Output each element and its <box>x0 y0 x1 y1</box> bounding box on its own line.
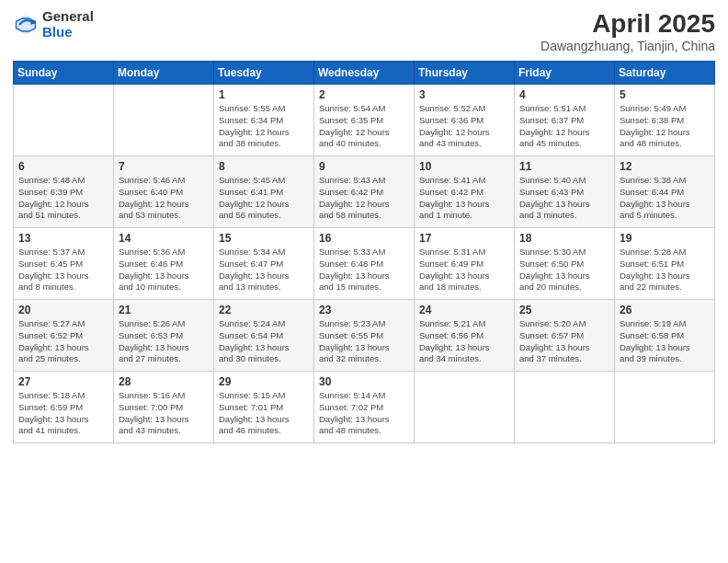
day-number: 28 <box>119 375 209 388</box>
week-row-4: 20Sunrise: 5:27 AM Sunset: 6:52 PM Dayli… <box>14 300 715 372</box>
day-number: 8 <box>219 160 309 173</box>
day-cell: 22Sunrise: 5:24 AM Sunset: 6:54 PM Dayli… <box>214 300 314 372</box>
day-info: Sunrise: 5:38 AM Sunset: 6:44 PM Dayligh… <box>620 175 710 222</box>
day-info: Sunrise: 5:23 AM Sunset: 6:55 PM Dayligh… <box>319 318 409 365</box>
day-cell: 16Sunrise: 5:33 AM Sunset: 6:48 PM Dayli… <box>314 228 415 300</box>
day-cell: 7Sunrise: 5:46 AM Sunset: 6:40 PM Daylig… <box>114 156 214 228</box>
day-info: Sunrise: 5:45 AM Sunset: 6:41 PM Dayligh… <box>219 175 309 222</box>
day-number: 2 <box>319 88 409 101</box>
day-cell: 30Sunrise: 5:14 AM Sunset: 7:02 PM Dayli… <box>314 372 415 443</box>
day-info: Sunrise: 5:48 AM Sunset: 6:39 PM Dayligh… <box>18 175 108 222</box>
day-number: 30 <box>319 375 409 388</box>
day-cell: 1Sunrise: 5:55 AM Sunset: 6:34 PM Daylig… <box>214 85 314 156</box>
logo-blue-text: Blue <box>42 25 94 40</box>
day-number: 7 <box>119 160 209 173</box>
day-number: 26 <box>620 304 710 316</box>
logo-icon <box>13 12 39 38</box>
day-cell: 29Sunrise: 5:15 AM Sunset: 7:01 PM Dayli… <box>214 372 314 443</box>
day-info: Sunrise: 5:34 AM Sunset: 6:47 PM Dayligh… <box>219 247 309 293</box>
day-number: 4 <box>519 88 609 101</box>
weekday-header-saturday: Saturday <box>615 62 715 85</box>
day-info: Sunrise: 5:36 AM Sunset: 6:46 PM Dayligh… <box>119 247 209 293</box>
day-cell <box>14 85 114 156</box>
day-cell: 5Sunrise: 5:49 AM Sunset: 6:38 PM Daylig… <box>615 85 715 156</box>
day-info: Sunrise: 5:26 AM Sunset: 6:53 PM Dayligh… <box>119 318 209 365</box>
day-info: Sunrise: 5:37 AM Sunset: 6:45 PM Dayligh… <box>18 247 108 293</box>
weekday-header-friday: Friday <box>515 62 615 85</box>
day-cell: 2Sunrise: 5:54 AM Sunset: 6:35 PM Daylig… <box>314 85 415 156</box>
header: General Blue April 2025 Dawangzhuang, Ti… <box>13 9 715 53</box>
weekday-header-thursday: Thursday <box>415 62 515 85</box>
day-cell: 11Sunrise: 5:40 AM Sunset: 6:43 PM Dayli… <box>515 156 615 228</box>
day-info: Sunrise: 5:54 AM Sunset: 6:35 PM Dayligh… <box>319 103 409 150</box>
weekday-header-monday: Monday <box>114 62 214 85</box>
day-cell: 27Sunrise: 5:18 AM Sunset: 6:59 PM Dayli… <box>14 372 114 443</box>
day-cell: 26Sunrise: 5:19 AM Sunset: 6:58 PM Dayli… <box>615 300 715 372</box>
day-number: 18 <box>519 232 609 245</box>
day-cell: 12Sunrise: 5:38 AM Sunset: 6:44 PM Dayli… <box>615 156 715 228</box>
day-cell: 20Sunrise: 5:27 AM Sunset: 6:52 PM Dayli… <box>14 300 114 372</box>
day-number: 5 <box>620 88 710 101</box>
logo-general-text: General <box>42 9 94 25</box>
day-cell: 3Sunrise: 5:52 AM Sunset: 6:36 PM Daylig… <box>415 85 515 156</box>
day-cell <box>415 372 515 443</box>
logo: General Blue <box>13 9 94 40</box>
day-cell: 25Sunrise: 5:20 AM Sunset: 6:57 PM Dayli… <box>515 300 615 372</box>
day-info: Sunrise: 5:41 AM Sunset: 6:42 PM Dayligh… <box>419 175 509 222</box>
day-info: Sunrise: 5:43 AM Sunset: 6:42 PM Dayligh… <box>319 175 409 222</box>
day-number: 20 <box>18 304 108 316</box>
day-number: 12 <box>620 160 710 173</box>
day-info: Sunrise: 5:49 AM Sunset: 6:38 PM Dayligh… <box>620 103 710 150</box>
day-cell: 13Sunrise: 5:37 AM Sunset: 6:45 PM Dayli… <box>14 228 114 300</box>
day-cell: 17Sunrise: 5:31 AM Sunset: 6:49 PM Dayli… <box>415 228 515 300</box>
calendar-location: Dawangzhuang, Tianjin, China <box>540 39 715 53</box>
day-cell: 18Sunrise: 5:30 AM Sunset: 6:50 PM Dayli… <box>515 228 615 300</box>
day-info: Sunrise: 5:19 AM Sunset: 6:58 PM Dayligh… <box>620 318 710 365</box>
weekday-header-sunday: Sunday <box>14 62 114 85</box>
day-info: Sunrise: 5:27 AM Sunset: 6:52 PM Dayligh… <box>18 318 108 365</box>
week-row-5: 27Sunrise: 5:18 AM Sunset: 6:59 PM Dayli… <box>14 372 715 443</box>
day-number: 17 <box>419 232 509 245</box>
weekday-header-tuesday: Tuesday <box>214 62 314 85</box>
day-number: 21 <box>119 304 209 316</box>
week-row-1: 1Sunrise: 5:55 AM Sunset: 6:34 PM Daylig… <box>14 85 715 156</box>
day-number: 29 <box>219 375 309 388</box>
day-cell: 24Sunrise: 5:21 AM Sunset: 6:56 PM Dayli… <box>415 300 515 372</box>
day-cell <box>615 372 715 443</box>
day-cell: 10Sunrise: 5:41 AM Sunset: 6:42 PM Dayli… <box>415 156 515 228</box>
day-number: 6 <box>18 160 108 173</box>
day-info: Sunrise: 5:33 AM Sunset: 6:48 PM Dayligh… <box>319 247 409 293</box>
day-number: 11 <box>519 160 609 173</box>
weekday-header-row: SundayMondayTuesdayWednesdayThursdayFrid… <box>14 62 715 85</box>
day-info: Sunrise: 5:51 AM Sunset: 6:37 PM Dayligh… <box>519 103 609 150</box>
day-number: 25 <box>519 304 609 316</box>
day-cell: 28Sunrise: 5:16 AM Sunset: 7:00 PM Dayli… <box>114 372 214 443</box>
day-info: Sunrise: 5:28 AM Sunset: 6:51 PM Dayligh… <box>620 247 710 293</box>
day-cell: 23Sunrise: 5:23 AM Sunset: 6:55 PM Dayli… <box>314 300 415 372</box>
day-info: Sunrise: 5:40 AM Sunset: 6:43 PM Dayligh… <box>519 175 609 222</box>
day-info: Sunrise: 5:46 AM Sunset: 6:40 PM Dayligh… <box>119 175 209 222</box>
day-number: 9 <box>319 160 409 173</box>
day-number: 15 <box>219 232 309 245</box>
day-info: Sunrise: 5:24 AM Sunset: 6:54 PM Dayligh… <box>219 318 309 365</box>
day-number: 16 <box>319 232 409 245</box>
day-number: 19 <box>620 232 710 245</box>
day-cell: 19Sunrise: 5:28 AM Sunset: 6:51 PM Dayli… <box>615 228 715 300</box>
day-number: 13 <box>18 232 108 245</box>
day-number: 10 <box>419 160 509 173</box>
day-number: 14 <box>119 232 209 245</box>
day-cell: 15Sunrise: 5:34 AM Sunset: 6:47 PM Dayli… <box>214 228 314 300</box>
weekday-header-wednesday: Wednesday <box>314 62 415 85</box>
day-cell <box>515 372 615 443</box>
day-cell: 4Sunrise: 5:51 AM Sunset: 6:37 PM Daylig… <box>515 85 615 156</box>
day-number: 3 <box>419 88 509 101</box>
day-cell: 9Sunrise: 5:43 AM Sunset: 6:42 PM Daylig… <box>314 156 415 228</box>
week-row-3: 13Sunrise: 5:37 AM Sunset: 6:45 PM Dayli… <box>14 228 715 300</box>
day-number: 22 <box>219 304 309 316</box>
day-info: Sunrise: 5:20 AM Sunset: 6:57 PM Dayligh… <box>519 318 609 365</box>
day-cell: 21Sunrise: 5:26 AM Sunset: 6:53 PM Dayli… <box>114 300 214 372</box>
day-info: Sunrise: 5:18 AM Sunset: 6:59 PM Dayligh… <box>18 390 108 437</box>
day-info: Sunrise: 5:52 AM Sunset: 6:36 PM Dayligh… <box>419 103 509 150</box>
day-number: 1 <box>219 88 309 101</box>
day-info: Sunrise: 5:15 AM Sunset: 7:01 PM Dayligh… <box>219 390 309 437</box>
